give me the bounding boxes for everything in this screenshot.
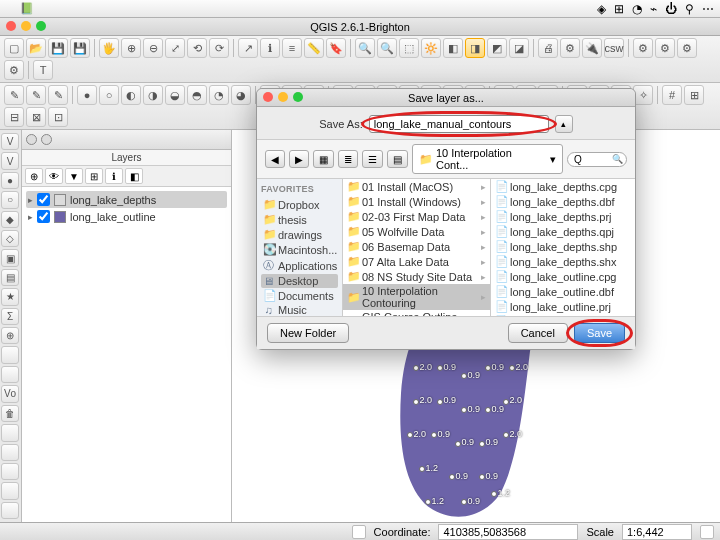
toolbar-button[interactable]: ◩ bbox=[487, 38, 507, 58]
toolbar-button[interactable]: ⟲ bbox=[187, 38, 207, 58]
toolbar-button[interactable]: 📏 bbox=[304, 38, 324, 58]
finder-item[interactable]: 📁02-03 First Map Data▸ bbox=[343, 209, 490, 224]
depth-point[interactable] bbox=[503, 399, 509, 405]
toolbar-button[interactable]: ◧ bbox=[443, 38, 463, 58]
depth-point[interactable] bbox=[479, 441, 485, 447]
search-input[interactable]: Q bbox=[567, 152, 627, 167]
toolbar-button[interactable]: ◕ bbox=[231, 85, 251, 105]
finder-item[interactable]: 📁05 Wolfville Data▸ bbox=[343, 224, 490, 239]
dialog-close[interactable] bbox=[263, 92, 273, 102]
toolbar-button[interactable]: 🔍 bbox=[377, 38, 397, 58]
collapse-button[interactable]: ▴ bbox=[555, 115, 573, 133]
finder-item[interactable]: 📄long_lake_depths.dbf bbox=[491, 194, 635, 209]
depth-point[interactable] bbox=[503, 432, 509, 438]
depth-point[interactable] bbox=[413, 399, 419, 405]
toolbar-button[interactable]: ✎ bbox=[4, 85, 24, 105]
favorites-item[interactable]: 💽Macintosh... bbox=[261, 242, 338, 257]
side-tool[interactable]: ▤ bbox=[1, 269, 19, 286]
toolbar-button[interactable]: ⬚ bbox=[399, 38, 419, 58]
toolbar-button[interactable]: 🔖 bbox=[326, 38, 346, 58]
toolbar-button[interactable]: ◔ bbox=[209, 85, 229, 105]
toolbar-button[interactable]: ⚙ bbox=[560, 38, 580, 58]
tray-icon[interactable]: ⋯ bbox=[702, 2, 714, 16]
finder-item[interactable]: 📄long_lake_depths.shp bbox=[491, 239, 635, 254]
qgis-icon[interactable]: 📗 bbox=[20, 2, 34, 15]
toolbar-button[interactable]: 💾 bbox=[70, 38, 90, 58]
layer-visibility-checkbox[interactable] bbox=[37, 210, 50, 223]
depth-point[interactable] bbox=[491, 491, 497, 497]
finder-item[interactable]: 📁08 NS Study Site Data▸ bbox=[343, 269, 490, 284]
toolbar-button[interactable]: ⚙ bbox=[677, 38, 697, 58]
depth-point[interactable] bbox=[479, 474, 485, 480]
toolbar-button[interactable]: 🖐 bbox=[99, 38, 119, 58]
toolbar-button[interactable]: ⊞ bbox=[684, 85, 704, 105]
side-tool[interactable]: ★ bbox=[1, 288, 19, 305]
toolbar-button[interactable]: ⊟ bbox=[4, 107, 24, 127]
toolbar-button[interactable]: ↗ bbox=[238, 38, 258, 58]
toolbar-button[interactable]: ◨ bbox=[465, 38, 485, 58]
scale-value[interactable]: 1:6,442 bbox=[622, 524, 692, 540]
side-tool[interactable] bbox=[1, 346, 19, 363]
depth-point[interactable] bbox=[455, 441, 461, 447]
layers-toolbar-button[interactable]: ▼ bbox=[65, 168, 83, 184]
tray-icon[interactable]: ⚲ bbox=[685, 2, 694, 16]
depth-point[interactable] bbox=[437, 399, 443, 405]
toolbar-button[interactable]: # bbox=[662, 85, 682, 105]
side-tool[interactable]: ◆ bbox=[1, 211, 19, 228]
toolbar-button[interactable]: ✎ bbox=[48, 85, 68, 105]
column-right[interactable]: 📄long_lake_depths.cpg📄long_lake_depths.d… bbox=[491, 179, 635, 316]
toolbar-button[interactable]: ⊡ bbox=[48, 107, 68, 127]
tray-icon[interactable]: ⏻ bbox=[665, 2, 677, 16]
toolbar-button[interactable]: csw bbox=[604, 38, 624, 58]
side-tool[interactable]: Σ bbox=[1, 308, 19, 325]
toolbar-button[interactable]: ⤢ bbox=[165, 38, 185, 58]
toolbar-button[interactable]: ○ bbox=[99, 85, 119, 105]
view-list-button[interactable]: ≣ bbox=[338, 150, 358, 168]
window-min[interactable] bbox=[21, 21, 31, 31]
layers-toolbar-button[interactable]: ◧ bbox=[125, 168, 143, 184]
toolbar-button[interactable]: 📂 bbox=[26, 38, 46, 58]
dialog-min[interactable] bbox=[278, 92, 288, 102]
finder-item[interactable]: 📄long_lake_outline.qpj bbox=[491, 314, 635, 316]
side-tool[interactable] bbox=[1, 424, 19, 441]
save-as-input[interactable] bbox=[369, 115, 549, 133]
favorites-item[interactable]: 📁thesis bbox=[261, 212, 338, 227]
toolbar-button[interactable]: ▢ bbox=[4, 38, 24, 58]
favorites-item[interactable]: 🖥Desktop bbox=[261, 274, 338, 288]
finder-item[interactable]: 📄long_lake_depths.shx bbox=[491, 254, 635, 269]
favorites-item[interactable]: 📄Documents bbox=[261, 288, 338, 303]
side-tool[interactable] bbox=[1, 463, 19, 480]
depth-point[interactable] bbox=[509, 365, 515, 371]
side-tool[interactable]: ⊕ bbox=[1, 327, 19, 344]
favorites-item[interactable]: ⒶApplications bbox=[261, 257, 338, 274]
toolbar-button[interactable]: ⚙ bbox=[633, 38, 653, 58]
finder-item[interactable]: 📄long_lake_outline.prj bbox=[491, 299, 635, 314]
finder-item[interactable]: 📁01 Install (Windows)▸ bbox=[343, 194, 490, 209]
favorites-item[interactable]: 📁Dropbox bbox=[261, 197, 338, 212]
save-button[interactable]: Save bbox=[574, 323, 625, 343]
layer-visibility-checkbox[interactable] bbox=[37, 193, 50, 206]
side-tool[interactable]: V bbox=[1, 133, 19, 150]
depth-point[interactable] bbox=[461, 499, 467, 505]
dialog-max[interactable] bbox=[293, 92, 303, 102]
layer-item[interactable]: ▸long_lake_depths bbox=[26, 191, 227, 208]
finder-item[interactable]: 📁01 Install (MacOS)▸ bbox=[343, 179, 490, 194]
window-close[interactable] bbox=[6, 21, 16, 31]
finder-item[interactable]: 📄long_lake_depths.cpg bbox=[491, 179, 635, 194]
tray-icon[interactable]: ◔ bbox=[632, 2, 642, 16]
panel-detach[interactable] bbox=[41, 134, 52, 145]
toolbar-button[interactable]: ◒ bbox=[165, 85, 185, 105]
side-tool[interactable]: V bbox=[1, 152, 19, 169]
side-tool[interactable]: ○ bbox=[1, 191, 19, 208]
depth-point[interactable] bbox=[485, 365, 491, 371]
depth-point[interactable] bbox=[419, 466, 425, 472]
layer-list[interactable]: ▸long_lake_depths▸long_lake_outline bbox=[22, 187, 231, 522]
tray-icon[interactable]: ⊞ bbox=[614, 2, 624, 16]
toolbar-button[interactable]: ◐ bbox=[121, 85, 141, 105]
toolbar-button[interactable]: ℹ bbox=[260, 38, 280, 58]
depth-point[interactable] bbox=[437, 365, 443, 371]
toolbar-button[interactable]: ⟳ bbox=[209, 38, 229, 58]
path-selector[interactable]: 📁10 Interpolation Cont...▾ bbox=[412, 144, 563, 174]
toolbar-button[interactable]: ◓ bbox=[187, 85, 207, 105]
toolbar-button[interactable]: ⚙ bbox=[4, 60, 24, 80]
